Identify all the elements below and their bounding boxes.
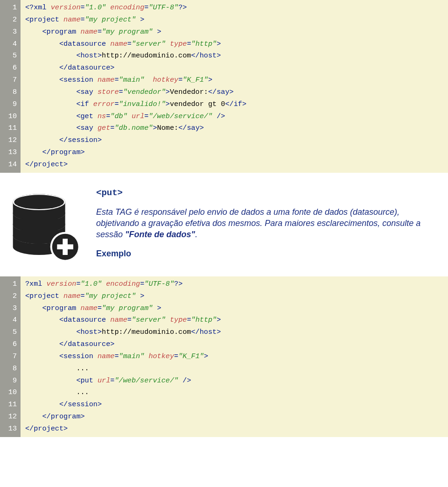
code-token (59, 292, 63, 300)
code-token: = (76, 280, 80, 288)
code-token (42, 280, 46, 288)
code-token: > (140, 292, 144, 300)
code-token: encoding (110, 3, 144, 12)
code-token: = (98, 28, 102, 36)
code-token (106, 40, 110, 48)
code-token (25, 136, 59, 144)
line-number: 4 (4, 38, 17, 50)
code-token: </if> (225, 100, 246, 108)
code-token: = (81, 15, 85, 24)
line-number: 7 (4, 351, 17, 363)
code-token: = (98, 304, 102, 312)
code-token: ns (98, 112, 106, 120)
gutter-2: 12345678910111213 (0, 276, 21, 437)
code-token (25, 64, 59, 72)
code-token: <host> (76, 328, 102, 336)
gutter-1: 1234567891011121314 (0, 0, 21, 173)
line-number: 2 (4, 14, 17, 26)
code-token (25, 51, 76, 60)
code-token: </project> (25, 160, 68, 169)
code-token: = (187, 316, 191, 324)
code-line: <put url="/web/service/" /> (25, 375, 443, 387)
code-line: <if error="invalido!">vendedor gt 0</if> (25, 99, 443, 111)
line-number: 5 (4, 326, 17, 339)
code-token (136, 15, 140, 24)
code-token: = (119, 88, 123, 96)
code-token: "http" (191, 40, 217, 48)
code-token (25, 112, 76, 120)
code-token (212, 112, 217, 120)
code-token (25, 400, 59, 409)
line-number: 13 (4, 423, 17, 435)
line-number: 6 (4, 62, 17, 74)
code-token (25, 316, 59, 324)
code-token: name (110, 316, 127, 324)
code-token: </say> (208, 88, 234, 96)
code-line: <session name="main" hotkey="K_F1"> (25, 74, 443, 86)
code-token: "vendedor" (123, 88, 166, 96)
code-token: </say> (178, 124, 204, 132)
code-token: <project (25, 292, 59, 300)
line-number: 13 (4, 147, 17, 159)
line-number: 1 (4, 278, 17, 290)
code-token: <session (59, 352, 93, 360)
code-token (25, 340, 59, 348)
code-token: ?> (174, 280, 182, 288)
code-token (93, 112, 98, 120)
code-token: <say (76, 88, 93, 96)
code-token: "my program" (102, 28, 153, 36)
code-token: version (47, 280, 77, 288)
code-line: <say get="db.nome">Nome:</say> (25, 122, 443, 134)
code-token: "UTF-8" (144, 280, 174, 288)
code-token: version (51, 3, 81, 12)
code-token: "main" (119, 76, 145, 84)
code-token (93, 376, 98, 385)
desc-part2: . (195, 230, 197, 239)
code-token: > (217, 316, 221, 324)
code-token: </datasource> (59, 340, 114, 348)
code-token: <put (76, 376, 93, 385)
code-token (25, 100, 76, 108)
line-number: 9 (4, 99, 17, 111)
code-token: </host> (191, 328, 221, 336)
code-token: = (127, 40, 132, 48)
line-number: 6 (4, 339, 17, 351)
line-number: 3 (4, 26, 17, 38)
text-column: <put> Esta TAG é responsável pelo envio … (96, 188, 442, 259)
code-token: <program (42, 304, 76, 312)
code-token: "http" (191, 316, 217, 324)
code-line: <datasource name="server" type="http"> (25, 314, 443, 326)
code-line: <host>http://meudominio.com</host> (25, 50, 443, 62)
put-title: <put> (96, 188, 442, 198)
code-token: = (81, 3, 85, 12)
code-line: <session name="main" hotkey="K_F1"> (25, 351, 443, 363)
code-token: "invalido!" (119, 100, 166, 108)
code-line: ... (25, 363, 443, 375)
code-line: </session> (25, 134, 443, 147)
line-number: 8 (4, 86, 17, 99)
code-token: </datasource> (59, 64, 114, 72)
code-token: type (170, 316, 187, 324)
code-token: <datasource (59, 316, 106, 324)
line-number: 9 (4, 375, 17, 387)
code-token (25, 376, 76, 385)
code-token (89, 100, 93, 108)
code-line: ?xml version="1.0" encoding="UTF-8"?> (25, 278, 443, 290)
code-token (25, 388, 76, 396)
line-number: 8 (4, 363, 17, 375)
code-token (153, 28, 157, 36)
code-token: </session> (59, 136, 102, 144)
code-token: </program> (42, 412, 84, 421)
line-number: 1 (4, 2, 17, 14)
line-number: 12 (4, 134, 17, 147)
code-token: "K_F1" (182, 76, 208, 84)
code-line: ... (25, 387, 443, 399)
code-token (76, 28, 80, 36)
line-number: 10 (4, 111, 17, 123)
line-number: 12 (4, 411, 17, 423)
code-token (25, 364, 76, 373)
code-line: </datasource> (25, 62, 443, 74)
code-token: = (114, 352, 119, 360)
code-token (25, 88, 76, 96)
put-description: Esta TAG é responsável pelo envio de dad… (96, 206, 442, 240)
